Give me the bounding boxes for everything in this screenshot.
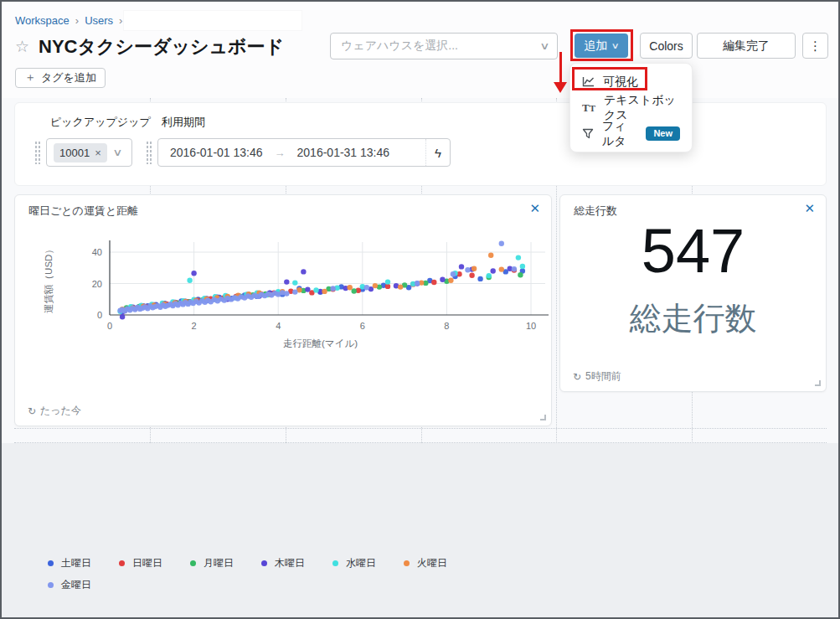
drag-handle[interactable] [146, 141, 152, 164]
legend-item[interactable]: 木曜日 [261, 552, 332, 574]
chart-refresh-status: ↻ たった今 [28, 404, 81, 418]
breadcrumb-separator: › [119, 14, 122, 27]
zip-chip: 10001 × [54, 143, 107, 162]
menu-item-visualization[interactable]: 可視化 [570, 69, 692, 95]
refresh-icon[interactable]: ↻ [573, 371, 581, 383]
chart-title: 曜日ごとの運賃と距離 [28, 204, 138, 219]
legend-label: 金曜日 [61, 578, 91, 592]
finish-editing-button[interactable]: 編集完了 [697, 33, 796, 59]
zip-chip-value: 10001 [59, 147, 90, 159]
date-end[interactable]: 2016-01-31 13:46 [286, 146, 402, 159]
app-window: Workspace › Users › ☆ NYCタクシーダッシュボード ＋ タ… [0, 0, 840, 619]
menu-item-filter[interactable]: フィルタ New [570, 121, 692, 147]
close-icon[interactable]: ✕ [529, 201, 540, 216]
counter-subtitle: 総走行数 [560, 297, 826, 340]
date-range-input[interactable]: 2016-01-01 13:46 → 2016-01-31 13:46 ϟ [157, 138, 451, 167]
date-start[interactable]: 2016-01-01 13:46 [158, 146, 275, 159]
legend-item[interactable]: 金曜日 [48, 574, 119, 596]
svg-text:運賃額（USD）: 運賃額（USD） [44, 245, 54, 313]
grid-guide [14, 428, 827, 429]
funnel-icon [582, 128, 594, 139]
svg-text:走行距離(マイル): 走行距離(マイル) [283, 338, 358, 348]
chevron-down-icon: ∨ [611, 41, 620, 50]
breadcrumb: Workspace › Users › [15, 14, 122, 27]
legend-label: 土曜日 [61, 556, 91, 570]
refresh-time: たった今 [40, 404, 81, 418]
arrow-right-icon: → [275, 147, 286, 159]
legend-label: 水曜日 [346, 556, 376, 570]
breadcrumb-separator: › [75, 14, 79, 27]
warehouse-select[interactable]: ウェアハウスを選択... ∨ [330, 33, 558, 59]
counter-title: 総走行数 [574, 204, 617, 219]
redacted-breadcrumb-item [124, 11, 301, 30]
scatter-plot: 020400246810走行距離(マイル)運賃額（USD） [36, 235, 551, 353]
legend-dot-icon [261, 560, 267, 566]
warehouse-placeholder: ウェアハウスを選択... [341, 39, 541, 54]
svg-text:0: 0 [97, 310, 102, 320]
filter-panel: ピックアップジップ 10001 × ∨ 利用期間 2016-01-01 13:4… [14, 102, 827, 186]
svg-text:6: 6 [360, 321, 365, 331]
line-chart-icon [582, 76, 595, 87]
svg-text:40: 40 [92, 247, 102, 257]
legend-dot-icon [404, 560, 410, 566]
resize-handle[interactable] [540, 415, 546, 420]
counter-widget: 総走行数 ✕ 547 総走行数 ↻ 5時間前 [559, 194, 827, 392]
plus-icon: ＋ [24, 70, 36, 85]
legend-item[interactable]: 月曜日 [190, 552, 261, 574]
add-button[interactable]: 追加 ∨ [575, 34, 628, 58]
add-tag-label: タグを追加 [41, 70, 96, 85]
legend-label: 月曜日 [204, 556, 234, 570]
page-title: NYCタクシーダッシュボード [39, 34, 284, 59]
legend-dot-icon [332, 560, 338, 566]
breadcrumb-users[interactable]: Users [85, 14, 113, 27]
quick-range-bolt-icon[interactable]: ϟ [425, 139, 450, 166]
chart-legend: 土曜日日曜日月曜日木曜日水曜日火曜日金曜日 [48, 552, 533, 596]
date-range-label: 利用期間 [162, 115, 205, 130]
menu-item-label: 可視化 [603, 75, 638, 90]
refresh-icon[interactable]: ↻ [28, 405, 36, 417]
refresh-time: 5時間前 [585, 369, 621, 384]
legend-item[interactable]: 水曜日 [332, 552, 404, 574]
svg-text:4: 4 [276, 321, 281, 331]
legend-label: 火曜日 [417, 556, 447, 570]
annotation-arrow-head [554, 82, 567, 93]
chevron-down-icon: ∨ [539, 40, 549, 52]
legend-item[interactable]: 土曜日 [48, 552, 119, 574]
pickup-zip-label: ピックアップジップ [50, 115, 151, 130]
colors-button[interactable]: Colors [640, 33, 693, 59]
svg-text:0: 0 [107, 321, 112, 331]
legend-label: 木曜日 [275, 556, 305, 570]
pickup-zip-select[interactable]: 10001 × ∨ [46, 138, 132, 167]
add-button-label: 追加 [584, 39, 607, 54]
grid-guide [14, 442, 827, 443]
legend-dot-icon [48, 582, 54, 588]
menu-item-label: フィルタ [602, 119, 634, 149]
favorite-star-icon[interactable]: ☆ [15, 39, 29, 54]
scatter-chart-widget: 曜日ごとの運賃と距離 ✕ 020400246810走行距離(マイル)運賃額（US… [14, 194, 552, 426]
breadcrumb-workspace[interactable]: Workspace [15, 14, 70, 27]
legend-dot-icon [48, 560, 54, 566]
svg-text:20: 20 [92, 279, 102, 289]
annotation-arrow [559, 52, 562, 83]
close-icon[interactable]: ✕ [804, 201, 815, 216]
add-tag-button[interactable]: ＋ タグを追加 [15, 68, 106, 88]
menu-item-textbox[interactable]: TT テキストボックス [570, 95, 692, 121]
counter-refresh-status: ↻ 5時間前 [573, 369, 621, 384]
legend-dot-icon [119, 560, 125, 566]
chevron-down-icon: ∨ [112, 147, 122, 158]
chip-remove-icon[interactable]: × [95, 147, 101, 159]
svg-text:10: 10 [526, 321, 536, 331]
legend-dot-icon [190, 560, 196, 566]
new-badge: New [646, 126, 680, 141]
svg-text:2: 2 [192, 321, 197, 331]
add-dropdown-menu: 可視化 TT テキストボックス フィルタ New [569, 63, 693, 152]
drag-handle[interactable] [34, 141, 41, 164]
resize-handle[interactable] [815, 380, 821, 386]
legend-item[interactable]: 火曜日 [404, 552, 475, 574]
counter-value: 547 [560, 220, 826, 282]
legend-item[interactable]: 日曜日 [119, 552, 190, 574]
svg-text:8: 8 [444, 321, 449, 331]
kebab-menu-button[interactable]: ⋮ [802, 33, 828, 59]
legend-label: 日曜日 [132, 556, 162, 570]
text-icon: TT [582, 101, 595, 115]
